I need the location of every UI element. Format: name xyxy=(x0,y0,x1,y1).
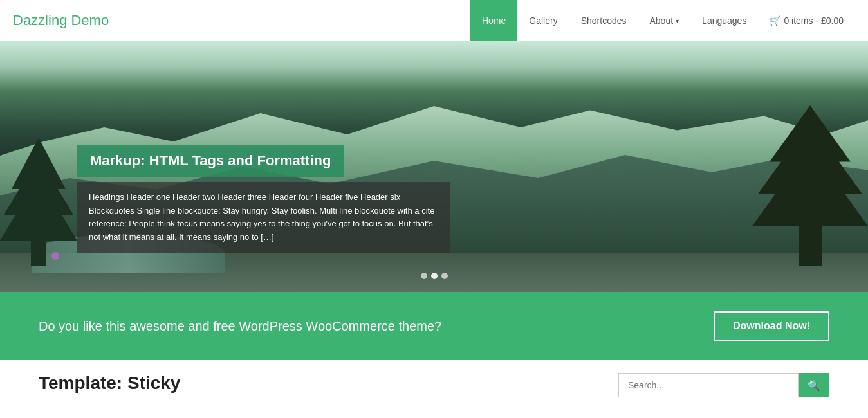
cta-section: Do you like this awesome and free WordPr… xyxy=(0,292,868,360)
main-nav: Home Gallery Shortcodes About ▾ Language… xyxy=(470,0,855,41)
nav-item-languages[interactable]: Languages xyxy=(690,0,758,41)
hero-section: Markup: HTML Tags and Formatting Heading… xyxy=(0,41,868,292)
download-now-button[interactable]: Download Now! xyxy=(714,311,829,341)
slide-title-box[interactable]: Markup: HTML Tags and Formatting xyxy=(77,145,344,177)
nav-item-shortcodes[interactable]: Shortcodes xyxy=(569,0,638,41)
cart-button[interactable]: 🛒 0 items - £0.00 xyxy=(758,0,855,41)
search-input[interactable] xyxy=(618,373,799,397)
page-title: Template: Sticky xyxy=(39,373,180,394)
slide-content: Markup: HTML Tags and Formatting Heading… xyxy=(77,145,463,253)
about-dropdown-caret: ▾ xyxy=(676,17,679,24)
slide-description-box: Headings Header one Header two Header th… xyxy=(77,182,450,253)
nav-item-about[interactable]: About ▾ xyxy=(638,0,691,41)
slider-dot-2[interactable] xyxy=(431,273,438,279)
search-area: 🔍 xyxy=(618,373,829,397)
bottom-section: Template: Sticky 🔍 xyxy=(0,360,868,404)
cart-icon: 🛒 xyxy=(770,15,780,26)
search-icon: 🔍 xyxy=(808,379,820,392)
site-logo[interactable]: Dazzling Demo xyxy=(13,12,470,29)
slide-title: Markup: HTML Tags and Formatting xyxy=(90,152,331,168)
search-button[interactable]: 🔍 xyxy=(799,373,829,397)
slider-dot-3[interactable] xyxy=(441,273,448,279)
slider-dot-1[interactable] xyxy=(421,273,427,279)
nav-item-gallery[interactable]: Gallery xyxy=(517,0,569,41)
slider-dots xyxy=(421,273,448,279)
slide-description: Headings Header one Header two Header th… xyxy=(89,192,434,242)
hero-flower xyxy=(51,252,59,260)
cta-text: Do you like this awesome and free WordPr… xyxy=(39,319,441,334)
nav-item-home[interactable]: Home xyxy=(470,0,517,41)
site-header: Dazzling Demo Home Gallery Shortcodes Ab… xyxy=(0,0,868,41)
